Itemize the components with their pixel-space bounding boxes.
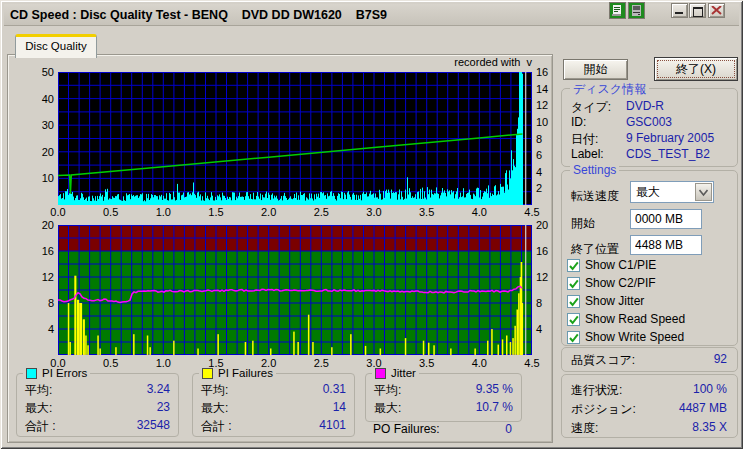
pi-errors-avg-label: 平均: [25,382,52,399]
checkbox-label-jitter: Show Jitter [585,294,644,308]
axis-tick-label: 12 [26,271,54,283]
checkbox-label-write-speed: Show Write Speed [585,330,684,344]
disc-date-label: 日付: [571,131,598,148]
axis-tick-label: 10 [26,172,54,184]
dropdown-button[interactable] [695,183,712,201]
start-position-label: 開始 [571,215,595,232]
axis-tick-label: 4 [536,166,558,178]
axis-tick-label: 16 [536,66,558,78]
axis-tick-label: 0.5 [96,206,126,218]
checkbox-show-read-speed[interactable] [567,313,580,326]
pi-errors-max-label: 最大: [25,400,52,417]
disc-drive-icon [629,3,644,18]
axis-tick-label: 16 [536,245,558,257]
axis-tick-label: 4.0 [464,357,494,369]
axis-tick-label: 12 [536,271,558,283]
axis-tick-label: 4.5 [517,206,547,218]
minimize-icon [675,12,683,14]
disc-id-label: ID: [571,115,586,129]
pi-failures-max-label: 最大: [201,400,228,417]
axis-tick-label: 20 [536,219,558,231]
close-icon [711,6,722,15]
axis-tick-label: 2.5 [306,357,336,369]
axis-tick-label: 2.0 [254,206,284,218]
chevron-down-icon [699,189,708,197]
jitter-max-label: 最大: [374,400,401,417]
end-position-label: 終了位置 [571,241,619,258]
start-position-field[interactable] [630,209,702,229]
checkbox-show-c2-pif[interactable] [567,277,580,290]
window-title: CD Speed : Disc Quality Test - BENQ DVD … [10,8,387,22]
tab-disc-quality[interactable]: Disc Quality [15,34,97,58]
titlebar-chart-icon-button[interactable] [609,2,626,19]
maximize-button[interactable] [689,3,706,18]
axis-tick-label: 12 [536,99,558,111]
axis-tick-label: 1.5 [201,357,231,369]
maximize-icon [693,7,703,17]
jitter-legend-swatch [375,368,386,379]
axis-tick-label: 8 [536,297,558,309]
exit-button[interactable]: 終了(X) [654,57,738,81]
axis-tick-label: 6 [536,149,558,161]
disc-info-title: ディスク情報 [570,81,649,98]
axis-tick-label: 1.0 [148,206,178,218]
position-value: 4487 MB [679,401,727,415]
chart-book-icon [610,3,625,18]
progress-label: 進行状況: [571,382,622,399]
axis-tick-label: 20 [26,146,54,158]
pi-errors-stats-group: PI Errors 平均: 3.24 最大: 23 合計 : 32548 [16,373,179,437]
axis-tick-label: 0.0 [43,357,73,369]
pi-errors-avg-value: 3.24 [147,382,170,396]
close-button[interactable] [708,3,725,18]
pi-failures-jitter-chart [58,225,532,355]
check-icon [568,278,580,290]
axis-tick-label: 2 [536,182,558,194]
pi-errors-max-value: 23 [157,400,170,414]
settings-title: Settings [570,163,619,177]
minimize-button[interactable] [671,3,688,18]
position-label: ポジション: [571,401,636,418]
checkbox-label-read-speed: Show Read Speed [585,312,685,326]
pi-errors-read-speed-chart [58,72,532,205]
jitter-avg-label: 平均: [374,382,401,399]
axis-tick-label: 8 [536,133,558,145]
axis-tick-label: 4.0 [464,206,494,218]
disc-id-value: GSC003 [626,115,672,129]
start-button[interactable]: 開始 [563,59,628,80]
transfer-speed-dropdown[interactable]: 最大 [630,181,714,203]
disc-date-value: 9 February 2005 [626,131,714,145]
pi-failures-total-value: 4101 [319,418,346,432]
jitter-avg-value: 9.35 % [476,382,513,396]
disc-label-label: Label: [571,147,604,161]
checkbox-label-c2-pif: Show C2/PIF [585,276,656,290]
speed-value: 8.35 X [692,420,727,434]
disc-type-value: DVD-R [626,99,664,113]
axis-tick-label: 8 [26,297,54,309]
progress-group: 進行状況: 100 % ポジション: 4487 MB 速度: 8.35 X [561,374,738,438]
checkbox-show-jitter[interactable] [567,295,580,308]
disc-label-value: CDS_TEST_B2 [626,147,710,161]
axis-tick-label: 0.0 [43,206,73,218]
axis-tick-label: 3.5 [412,357,442,369]
po-failures-value: 0 [430,422,512,436]
axis-tick-label: 2.5 [306,206,336,218]
check-icon [568,296,580,308]
checkbox-show-c1-pie[interactable] [567,259,580,272]
axis-tick-label: 50 [26,66,54,78]
titlebar-drive-icon-button[interactable] [628,2,645,19]
pi-failures-legend-swatch [202,368,213,379]
pi-failures-avg-value: 0.31 [323,382,346,396]
pi-errors-total-label: 合計 : [25,418,56,435]
axis-tick-label: 4.5 [517,357,547,369]
axis-tick-label: 0.5 [96,357,126,369]
transfer-speed-label: 転送速度 [571,188,619,205]
end-position-field[interactable] [630,235,702,255]
pi-errors-legend-swatch [26,368,37,379]
quality-score-label: 品質スコア: [571,352,635,369]
recorded-with-note: recorded with v [372,56,532,68]
tab-label: Disc Quality [25,40,86,52]
axis-tick-label: 3.5 [412,206,442,218]
checkbox-show-write-speed[interactable] [567,331,580,344]
pi-errors-total-value: 32548 [137,418,170,432]
pi-failures-avg-label: 平均: [201,382,228,399]
